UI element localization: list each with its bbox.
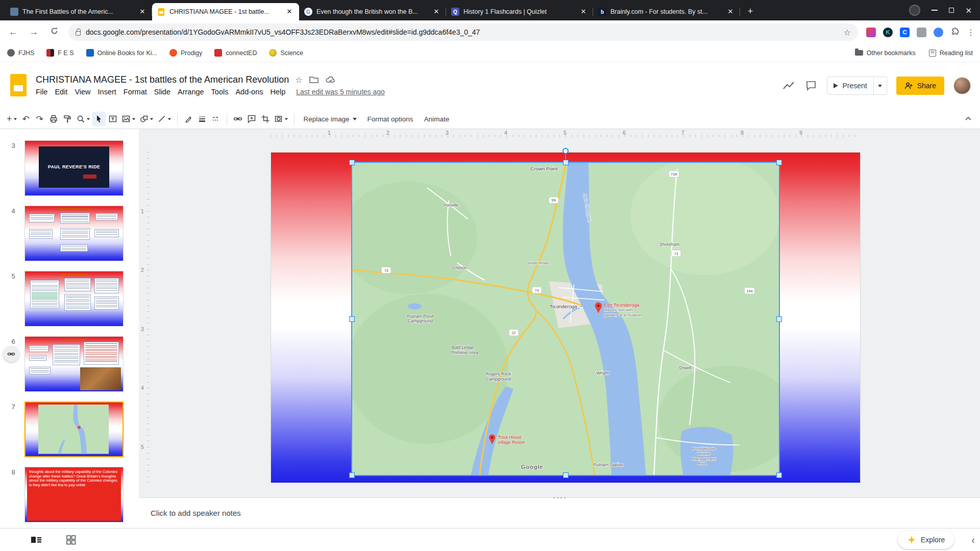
- zoom-button[interactable]: [75, 112, 92, 126]
- animate-button[interactable]: Animate: [419, 112, 455, 126]
- text-box-button[interactable]: [106, 112, 119, 126]
- star-document-icon[interactable]: ☆: [295, 75, 302, 85]
- paint-format-button[interactable]: [61, 112, 74, 126]
- reading-list[interactable]: Reading list: [929, 49, 973, 57]
- activity-icon[interactable]: [782, 79, 795, 92]
- slide-3-thumbnail[interactable]: PAUL REVERE'S RIDE: [24, 140, 124, 196]
- lock-icon[interactable]: [76, 31, 81, 36]
- menu-edit[interactable]: Edit: [51, 86, 71, 97]
- notes-drag-handle[interactable]: [552, 496, 567, 499]
- extension-icon-4[interactable]: [917, 28, 926, 37]
- link-anchor-icon[interactable]: [3, 346, 19, 362]
- bookmark-fjhs[interactable]: FJHS: [7, 49, 34, 57]
- minimize-icon[interactable]: [932, 10, 938, 11]
- other-bookmarks[interactable]: Other bookmarks: [855, 49, 916, 57]
- mask-image-button[interactable]: [273, 112, 290, 126]
- extension-icon-5[interactable]: [934, 28, 943, 37]
- bookmark-fes[interactable]: F E S: [46, 49, 74, 57]
- resize-handle-sw[interactable]: [349, 472, 355, 478]
- hide-menus-button[interactable]: [962, 112, 975, 126]
- undo-button[interactable]: ↶: [19, 112, 33, 126]
- browser-tab-1[interactable]: The First Battles of the Americ... ✕: [5, 3, 152, 20]
- present-dropdown[interactable]: [873, 77, 887, 94]
- current-slide[interactable]: 9N 74 74 22 73A 73: [271, 152, 861, 483]
- filmstrip-slide-8[interactable]: 8 thoughts about the military capability…: [0, 467, 139, 522]
- slide-4-thumbnail[interactable]: [24, 206, 124, 261]
- browser-controls-icon[interactable]: [909, 5, 920, 16]
- tab-close-icon[interactable]: ✕: [285, 7, 294, 16]
- slide-5-thumbnail[interactable]: [24, 271, 124, 327]
- new-slide-button[interactable]: +: [5, 112, 19, 126]
- filmstrip-slide-7-selected[interactable]: 7: [0, 402, 139, 457]
- browser-tab-2-active[interactable]: CHRISTIANA MAGEE - 1st battle... ✕: [152, 3, 299, 20]
- bookmark-connected[interactable]: connectED: [214, 49, 257, 57]
- browser-tab-5[interactable]: b Brainly.com - For students. By st... ✕: [593, 3, 740, 20]
- menu-format[interactable]: Format: [120, 86, 151, 97]
- filmstrip-slide-3[interactable]: 3 PAUL REVERE'S RIDE: [0, 140, 139, 196]
- grid-view-icon[interactable]: [64, 533, 78, 546]
- extensions-puzzle-icon[interactable]: [950, 27, 960, 38]
- kami-extension-icon[interactable]: K: [883, 28, 893, 37]
- menu-addons[interactable]: Add-ons: [232, 86, 266, 97]
- collapse-panel-icon[interactable]: ‹: [971, 534, 975, 546]
- resize-handle-w[interactable]: [349, 316, 355, 322]
- filmstrip-slide-4[interactable]: 4: [0, 206, 139, 261]
- map-image-selected[interactable]: 9N 74 74 22 73A 73: [352, 163, 779, 475]
- menu-view[interactable]: View: [71, 86, 94, 97]
- bookmark-prodigy[interactable]: Prodigy: [169, 49, 202, 57]
- insert-line-button[interactable]: [156, 112, 173, 126]
- menu-tools[interactable]: Tools: [208, 86, 232, 97]
- cloud-status-icon[interactable]: [325, 74, 335, 85]
- last-edit-link[interactable]: Last edit was 5 minutes ago: [296, 88, 385, 96]
- crop-button[interactable]: [259, 112, 272, 126]
- menu-file[interactable]: File: [32, 86, 51, 97]
- explore-button[interactable]: Explore: [898, 531, 954, 549]
- select-tool-button[interactable]: [92, 112, 106, 126]
- menu-arrange[interactable]: Arrange: [174, 86, 208, 97]
- slide-canvas-area[interactable]: 1 2 3 4 5 6 7 8 9 1 2 3 4 5: [139, 129, 980, 497]
- resize-handle-ne[interactable]: [776, 160, 782, 165]
- resize-handle-nw[interactable]: [349, 160, 355, 165]
- tab-close-icon[interactable]: ✕: [138, 7, 147, 16]
- filmstrip-slide-5[interactable]: 5: [0, 271, 139, 327]
- slide-8-thumbnail[interactable]: thoughts about the military capability o…: [24, 467, 124, 522]
- google-slides-logo[interactable]: [8, 72, 29, 99]
- browser-tab-4[interactable]: Q History 1 Flashcards | Quizlet ✕: [446, 3, 593, 20]
- replace-image-button[interactable]: Replace image: [299, 112, 362, 126]
- menu-insert[interactable]: Insert: [94, 86, 120, 97]
- resize-handle-n[interactable]: [563, 160, 569, 165]
- tab-close-icon[interactable]: ✕: [432, 7, 441, 16]
- resize-handle-s[interactable]: [563, 472, 569, 478]
- slide-6-thumbnail[interactable]: [24, 336, 124, 392]
- resize-handle-se[interactable]: [776, 472, 782, 478]
- resize-handle-e[interactable]: [776, 316, 782, 322]
- clever-extension-icon[interactable]: C: [900, 28, 910, 37]
- share-button[interactable]: Share: [896, 77, 944, 95]
- new-tab-button[interactable]: +: [743, 5, 757, 19]
- menu-help[interactable]: Help: [266, 86, 289, 97]
- refresh-icon[interactable]: [48, 27, 60, 38]
- border-weight-button[interactable]: [195, 112, 209, 126]
- url-field[interactable]: docs.google.com/presentation/d/1YGodoGvA…: [68, 23, 858, 41]
- print-button[interactable]: [47, 112, 60, 126]
- format-options-button[interactable]: Format options: [362, 112, 419, 126]
- back-icon[interactable]: ←: [7, 27, 19, 38]
- rotate-handle[interactable]: [562, 148, 569, 154]
- add-comment-button[interactable]: [245, 112, 258, 126]
- window-close-icon[interactable]: ✕: [965, 7, 972, 14]
- menu-slide[interactable]: Slide: [151, 86, 174, 97]
- border-dash-button[interactable]: [209, 112, 223, 126]
- comments-icon[interactable]: [804, 79, 818, 92]
- browser-tab-3[interactable]: G Even though the British won the B... ✕: [299, 3, 446, 20]
- extension-icon-1[interactable]: [866, 28, 876, 37]
- speaker-notes[interactable]: Click to add speaker notes: [139, 497, 980, 528]
- tab-close-icon[interactable]: ✕: [579, 7, 588, 16]
- browser-menu-icon[interactable]: ⋮: [967, 28, 973, 37]
- maximize-icon[interactable]: [949, 8, 954, 13]
- move-folder-icon[interactable]: [309, 74, 319, 85]
- filmstrip-slide-6[interactable]: 6: [0, 336, 139, 392]
- document-title[interactable]: CHRISTIANA MAGEE - 1st battles of the Am…: [36, 74, 289, 85]
- insert-shape-button[interactable]: [138, 112, 155, 126]
- present-button[interactable]: Present: [827, 77, 873, 94]
- avatar[interactable]: [953, 77, 971, 94]
